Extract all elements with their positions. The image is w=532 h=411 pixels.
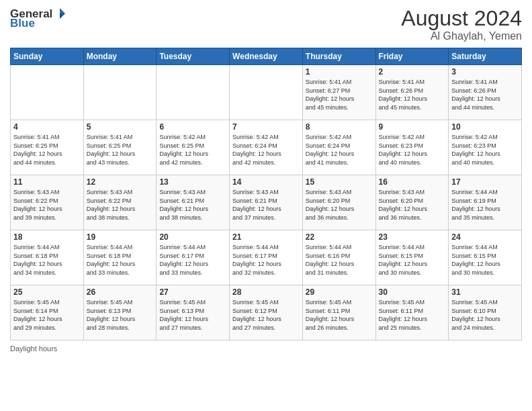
calendar-cell <box>83 65 157 120</box>
calendar-cell: 5Sunrise: 5:41 AM Sunset: 6:25 PM Daylig… <box>83 120 157 175</box>
calendar-cell: 11Sunrise: 5:43 AM Sunset: 6:22 PM Dayli… <box>11 175 84 230</box>
day-number: 23 <box>379 232 446 242</box>
calendar-cell <box>157 65 230 120</box>
day-of-week-header: Tuesday <box>157 48 230 65</box>
day-number: 25 <box>13 287 81 297</box>
day-info: Sunrise: 5:42 AM Sunset: 6:23 PM Dayligh… <box>451 133 519 167</box>
calendar-cell: 17Sunrise: 5:44 AM Sunset: 6:19 PM Dayli… <box>449 175 522 230</box>
calendar-cell: 9Sunrise: 5:42 AM Sunset: 6:23 PM Daylig… <box>375 120 449 175</box>
logo-blue: Blue <box>10 17 66 29</box>
day-info: Sunrise: 5:45 AM Sunset: 6:13 PM Dayligh… <box>159 298 226 332</box>
calendar-cell: 8Sunrise: 5:42 AM Sunset: 6:24 PM Daylig… <box>302 120 375 175</box>
day-info: Sunrise: 5:43 AM Sunset: 6:20 PM Dayligh… <box>379 188 446 222</box>
calendar-cell: 18Sunrise: 5:44 AM Sunset: 6:18 PM Dayli… <box>11 230 84 285</box>
day-number: 11 <box>13 177 81 187</box>
day-info: Sunrise: 5:42 AM Sunset: 6:24 PM Dayligh… <box>232 133 300 167</box>
day-number: 17 <box>451 177 519 187</box>
day-info: Sunrise: 5:41 AM Sunset: 6:26 PM Dayligh… <box>451 78 519 111</box>
calendar: SundayMondayTuesdayWednesdayThursdayFrid… <box>10 48 522 340</box>
day-info: Sunrise: 5:44 AM Sunset: 6:17 PM Dayligh… <box>232 243 300 277</box>
day-info: Sunrise: 5:44 AM Sunset: 6:15 PM Dayligh… <box>451 243 519 277</box>
day-number: 29 <box>306 287 373 297</box>
day-number: 4 <box>13 122 81 132</box>
day-number: 3 <box>451 67 519 77</box>
calendar-cell: 6Sunrise: 5:42 AM Sunset: 6:25 PM Daylig… <box>157 120 230 175</box>
day-of-week-header: Thursday <box>302 48 375 65</box>
calendar-cell: 7Sunrise: 5:42 AM Sunset: 6:24 PM Daylig… <box>230 120 303 175</box>
day-info: Sunrise: 5:45 AM Sunset: 6:11 PM Dayligh… <box>306 298 373 332</box>
day-number: 30 <box>379 287 446 297</box>
calendar-cell: 19Sunrise: 5:44 AM Sunset: 6:18 PM Dayli… <box>83 230 157 285</box>
calendar-cell: 24Sunrise: 5:44 AM Sunset: 6:15 PM Dayli… <box>449 230 522 285</box>
day-info: Sunrise: 5:43 AM Sunset: 6:21 PM Dayligh… <box>232 188 300 222</box>
day-number: 1 <box>306 67 373 77</box>
day-number: 5 <box>87 122 154 132</box>
day-number: 6 <box>159 122 226 132</box>
day-info: Sunrise: 5:44 AM Sunset: 6:19 PM Dayligh… <box>451 188 519 222</box>
calendar-cell: 28Sunrise: 5:45 AM Sunset: 6:12 PM Dayli… <box>230 285 303 340</box>
calendar-cell: 22Sunrise: 5:44 AM Sunset: 6:16 PM Dayli… <box>302 230 375 285</box>
main-title: August 2024 <box>401 7 522 30</box>
logo: General Blue <box>10 7 66 29</box>
calendar-cell: 31Sunrise: 5:45 AM Sunset: 6:10 PM Dayli… <box>449 285 522 340</box>
day-number: 2 <box>379 67 446 77</box>
day-number: 14 <box>232 177 300 187</box>
day-of-week-header: Sunday <box>11 48 84 65</box>
calendar-cell: 20Sunrise: 5:44 AM Sunset: 6:17 PM Dayli… <box>157 230 230 285</box>
day-info: Sunrise: 5:44 AM Sunset: 6:18 PM Dayligh… <box>87 243 154 277</box>
day-number: 7 <box>232 122 300 132</box>
calendar-cell: 2Sunrise: 5:41 AM Sunset: 6:26 PM Daylig… <box>375 65 449 120</box>
day-number: 12 <box>87 177 154 187</box>
calendar-cell: 4Sunrise: 5:41 AM Sunset: 6:25 PM Daylig… <box>11 120 84 175</box>
day-number: 27 <box>159 287 226 297</box>
day-info: Sunrise: 5:42 AM Sunset: 6:23 PM Dayligh… <box>379 133 446 167</box>
page: General Blue August 2024 Al Ghaylah, Yem… <box>0 0 532 411</box>
calendar-cell: 27Sunrise: 5:45 AM Sunset: 6:13 PM Dayli… <box>157 285 230 340</box>
calendar-cell: 30Sunrise: 5:45 AM Sunset: 6:11 PM Dayli… <box>375 285 449 340</box>
day-info: Sunrise: 5:44 AM Sunset: 6:15 PM Dayligh… <box>379 243 446 277</box>
sub-title: Al Ghaylah, Yemen <box>401 30 522 42</box>
day-info: Sunrise: 5:45 AM Sunset: 6:10 PM Dayligh… <box>451 298 519 332</box>
day-number: 10 <box>451 122 519 132</box>
day-info: Sunrise: 5:45 AM Sunset: 6:11 PM Dayligh… <box>379 298 446 332</box>
calendar-cell: 15Sunrise: 5:43 AM Sunset: 6:20 PM Dayli… <box>302 175 375 230</box>
day-number: 19 <box>87 232 154 242</box>
calendar-cell: 14Sunrise: 5:43 AM Sunset: 6:21 PM Dayli… <box>230 175 303 230</box>
day-number: 31 <box>451 287 519 297</box>
day-number: 9 <box>379 122 446 132</box>
day-number: 21 <box>232 232 300 242</box>
day-info: Sunrise: 5:44 AM Sunset: 6:17 PM Dayligh… <box>159 243 226 277</box>
calendar-cell: 23Sunrise: 5:44 AM Sunset: 6:15 PM Dayli… <box>375 230 449 285</box>
day-info: Sunrise: 5:45 AM Sunset: 6:13 PM Dayligh… <box>87 298 154 332</box>
day-info: Sunrise: 5:44 AM Sunset: 6:16 PM Dayligh… <box>306 243 373 277</box>
day-info: Sunrise: 5:42 AM Sunset: 6:25 PM Dayligh… <box>159 133 226 167</box>
day-number: 20 <box>159 232 226 242</box>
header: General Blue August 2024 Al Ghaylah, Yem… <box>10 7 522 42</box>
calendar-cell: 1Sunrise: 5:41 AM Sunset: 6:27 PM Daylig… <box>302 65 375 120</box>
day-number: 22 <box>306 232 373 242</box>
day-info: Sunrise: 5:45 AM Sunset: 6:12 PM Dayligh… <box>232 298 300 332</box>
day-info: Sunrise: 5:42 AM Sunset: 6:24 PM Dayligh… <box>306 133 373 167</box>
day-info: Sunrise: 5:41 AM Sunset: 6:25 PM Dayligh… <box>13 133 81 167</box>
calendar-cell: 13Sunrise: 5:43 AM Sunset: 6:21 PM Dayli… <box>157 175 230 230</box>
footer: Daylight hours <box>10 345 522 353</box>
calendar-cell: 26Sunrise: 5:45 AM Sunset: 6:13 PM Dayli… <box>83 285 157 340</box>
day-of-week-header: Monday <box>83 48 157 65</box>
calendar-cell: 16Sunrise: 5:43 AM Sunset: 6:20 PM Dayli… <box>375 175 449 230</box>
day-info: Sunrise: 5:41 AM Sunset: 6:27 PM Dayligh… <box>306 78 373 111</box>
day-number: 28 <box>232 287 300 297</box>
day-info: Sunrise: 5:43 AM Sunset: 6:22 PM Dayligh… <box>13 188 81 222</box>
calendar-cell: 12Sunrise: 5:43 AM Sunset: 6:22 PM Dayli… <box>83 175 157 230</box>
calendar-cell <box>230 65 303 120</box>
calendar-cell: 25Sunrise: 5:45 AM Sunset: 6:14 PM Dayli… <box>11 285 84 340</box>
day-number: 8 <box>306 122 373 132</box>
day-number: 13 <box>159 177 226 187</box>
calendar-cell: 3Sunrise: 5:41 AM Sunset: 6:26 PM Daylig… <box>449 65 522 120</box>
day-number: 16 <box>379 177 446 187</box>
day-number: 26 <box>87 287 154 297</box>
day-info: Sunrise: 5:41 AM Sunset: 6:26 PM Dayligh… <box>379 78 446 111</box>
day-of-week-header: Saturday <box>449 48 522 65</box>
daylight-label: Daylight hours <box>10 345 57 353</box>
calendar-cell: 29Sunrise: 5:45 AM Sunset: 6:11 PM Dayli… <box>302 285 375 340</box>
day-of-week-header: Wednesday <box>230 48 303 65</box>
